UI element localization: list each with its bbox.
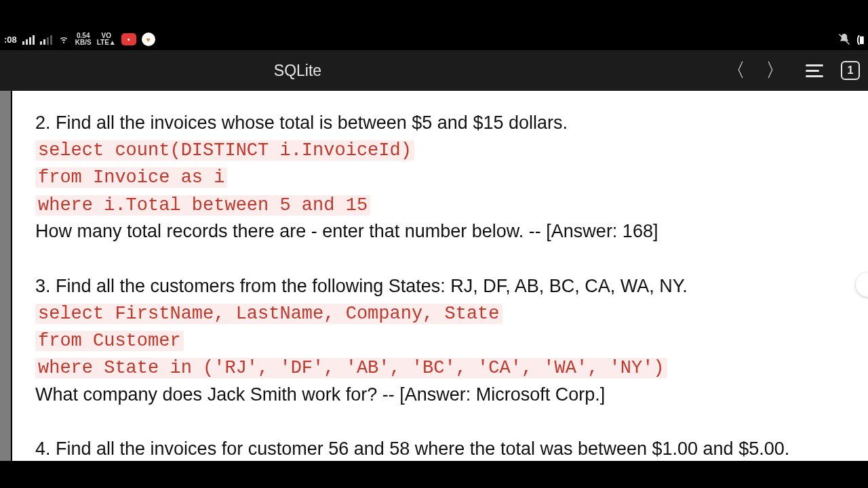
q2-answer: How many total records there are - enter… [35, 218, 846, 245]
q2-code-line-2: from Invoice as i [35, 167, 227, 188]
browser-toolbar: SQLite 〈 〉 1 [0, 50, 868, 91]
clock-text: :08 [4, 35, 17, 45]
menu-icon [806, 64, 823, 77]
bezel-bottom [0, 461, 868, 488]
q3-prompt: 3. Find all the customers from the follo… [35, 273, 846, 300]
bezel-top [0, 0, 868, 28]
tabs-count: 1 [848, 64, 854, 77]
question-2: 2. Find all the invoices whose total is … [35, 110, 846, 245]
left-edge [0, 91, 11, 461]
q3-answer: What company does Jack Smith work for? -… [35, 382, 846, 408]
battery-icon: (▮ [856, 34, 864, 45]
network-speed: 0.54 KB/S [75, 33, 92, 46]
status-bar: :08 0.54 KB/S VO LTE▲ • ♥ (▮ [0, 28, 868, 50]
q2-prompt: 2. Find all the invoices whose total is … [35, 110, 846, 136]
notification-icon: ♥ [142, 33, 155, 46]
q2-code-line-1: select count(DISTINCT i.InvoiceId) [35, 140, 414, 161]
mute-icon [837, 33, 851, 46]
page-content[interactable]: 2. Find all the invoices whose total is … [12, 91, 868, 461]
page-title: SQLite [8, 62, 709, 80]
back-button[interactable]: 〈 [723, 58, 749, 83]
menu-button[interactable] [802, 58, 827, 83]
network-type: VO LTE▲ [97, 33, 116, 46]
question-3: 3. Find all the customers from the follo… [35, 273, 846, 408]
q2-code-line-3: where i.Total between 5 and 15 [35, 195, 370, 216]
record-icon: • [121, 33, 136, 45]
lte-text: LTE▲ [97, 39, 116, 46]
status-right: (▮ [837, 33, 864, 46]
question-4: 4. Find all the invoices for customer 56… [35, 436, 846, 461]
q3-code-line-1: select FirstName, LastName, Company, Sta… [35, 304, 502, 324]
kbs-unit: KB/S [75, 39, 92, 46]
q4-prompt: 4. Find all the invoices for customer 56… [35, 436, 846, 461]
content-viewport[interactable]: 2. Find all the invoices whose total is … [0, 91, 868, 461]
signal-bars-2 [40, 34, 52, 45]
status-left: :08 0.54 KB/S VO LTE▲ • ♥ [4, 33, 155, 46]
q3-code-line-3: where State in ('RJ', 'DF', 'AB', 'BC', … [35, 358, 667, 378]
q3-code-line-2: from Customer [35, 331, 184, 351]
tabs-button[interactable]: 1 [841, 61, 860, 80]
forward-button[interactable]: 〉 [762, 58, 788, 83]
signal-bars-1 [22, 34, 35, 45]
wifi-icon [58, 35, 70, 44]
